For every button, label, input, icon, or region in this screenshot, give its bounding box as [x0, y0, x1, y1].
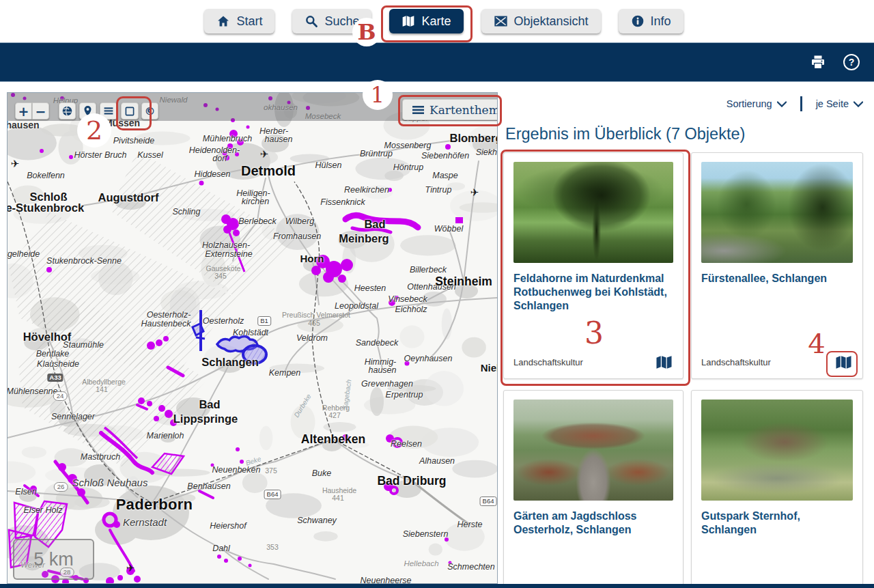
basemap-graphics — [8, 93, 497, 583]
nav-objektansicht-button[interactable]: Objektansicht — [481, 9, 601, 33]
result-card[interactable]: Fürstenallee, Schlangen Landschaftskultu… — [691, 152, 863, 379]
hamburger-icon — [412, 105, 424, 115]
rectangle-icon — [124, 106, 135, 117]
sort-dropdown[interactable]: Sortierung — [722, 98, 791, 110]
nav-start-button[interactable]: Start — [204, 9, 274, 33]
results-toolbar: Sortierung je Seite — [503, 92, 867, 115]
map-icon — [834, 355, 853, 369]
result-thumbnail — [701, 400, 853, 501]
info-icon — [631, 14, 645, 28]
home-icon — [216, 14, 230, 28]
zoom-out-button[interactable]: − — [32, 102, 49, 120]
result-thumbnail — [513, 400, 673, 501]
app-window: Start Suche Karte Objektansicht Info ? — [0, 0, 874, 588]
nav-info-button[interactable]: Info — [619, 9, 683, 33]
location-pin-button[interactable] — [79, 102, 96, 120]
print-button[interactable] — [808, 53, 828, 72]
result-category: Landschaftskultur — [513, 357, 583, 367]
kartenthemen-button[interactable]: Kartenthemen — [402, 99, 498, 120]
zoom-in-button[interactable]: + — [15, 102, 32, 120]
show-on-map-button[interactable] — [834, 355, 853, 369]
globe-button[interactable] — [59, 102, 76, 120]
map-canvas[interactable]: HelpupNiewaldokhausenMosebeckCappelhause… — [7, 92, 498, 584]
nav-label: Objektansicht — [514, 14, 589, 29]
map-icon — [655, 355, 673, 369]
globe-icon — [61, 105, 73, 117]
copyright-button[interactable]: © — [141, 102, 158, 120]
result-title: Gutspark Sternhof, Schlangen — [701, 509, 853, 537]
nav-label: Start — [236, 14, 262, 29]
result-card[interactable]: Gärten am Jagdschloss Oesterholz, Schlan… — [503, 390, 683, 588]
svg-text:?: ? — [849, 57, 855, 68]
result-card[interactable]: Gutspark Sternhof, Schlangen — [691, 390, 863, 588]
kartenthemen-label: Kartenthemen — [429, 103, 498, 117]
result-title: Feldahorne im Naturdenkmal Rotbuchenweg … — [513, 272, 673, 313]
rectangle-select-button[interactable] — [121, 102, 139, 120]
bottom-bar — [0, 584, 874, 588]
results-heading: Ergebnis im Überblick (7 Objekte) — [505, 125, 867, 143]
help-button[interactable]: ? — [841, 52, 862, 72]
printer-icon — [810, 54, 826, 70]
results-grid: Feldahorne im Naturdenkmal Rotbuchenweg … — [503, 152, 867, 588]
search-icon — [305, 14, 318, 28]
nav-label: Karte — [421, 14, 451, 29]
chevron-down-icon — [777, 101, 787, 107]
pin-icon — [83, 105, 93, 117]
legend-list-button[interactable] — [100, 102, 117, 120]
result-card[interactable]: Feldahorne im Naturdenkmal Rotbuchenweg … — [503, 152, 683, 379]
nav-label: Suche — [324, 14, 359, 29]
header-bar: ? — [0, 42, 874, 82]
show-on-map-button[interactable] — [655, 355, 673, 369]
result-title: Gärten am Jagdschloss Oesterholz, Schlan… — [513, 509, 673, 537]
per-page-label: je Seite — [816, 98, 849, 109]
question-mark-icon: ? — [843, 53, 860, 71]
result-title: Fürstenallee, Schlangen — [701, 272, 853, 285]
object-view-icon — [494, 14, 508, 28]
nav-suche-button[interactable]: Suche — [292, 9, 371, 33]
top-navigation: Start Suche Karte Objektansicht Info — [0, 0, 874, 42]
results-panel: Sortierung je Seite Ergebnis im Überblic… — [503, 92, 867, 588]
toolbar-divider — [800, 96, 802, 111]
sort-label: Sortierung — [727, 98, 772, 109]
list-icon — [103, 106, 114, 117]
map-scale: 5 km — [13, 539, 94, 580]
nav-karte-button[interactable]: Karte — [389, 9, 463, 33]
chevron-down-icon — [854, 101, 863, 107]
result-thumbnail — [513, 162, 673, 263]
map-icon — [401, 14, 415, 28]
per-page-dropdown[interactable]: je Seite — [812, 98, 867, 110]
nav-label: Info — [651, 14, 671, 29]
result-thumbnail — [701, 162, 853, 263]
scale-label: 5 km — [33, 549, 74, 570]
result-category: Landschaftskultur — [701, 357, 771, 367]
